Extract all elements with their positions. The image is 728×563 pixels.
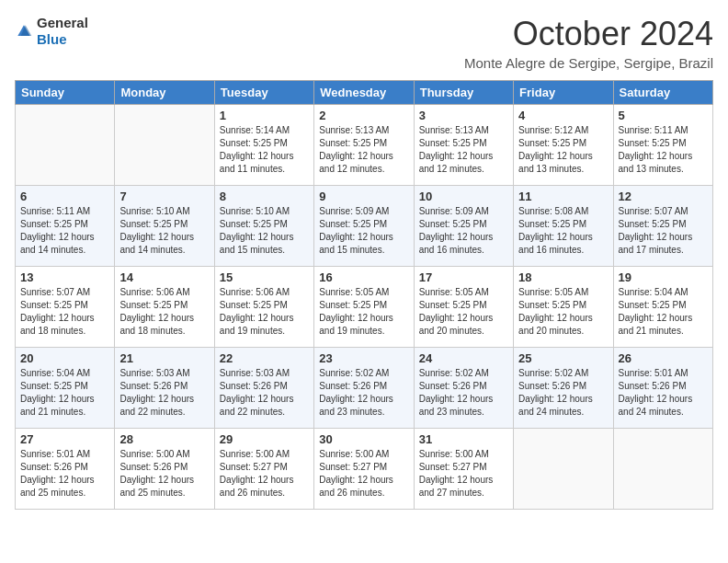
calendar-cell [514,429,613,510]
calendar-cell: 31Sunrise: 5:00 AM Sunset: 5:27 PM Dayli… [414,429,513,510]
logo-text-general: General [37,15,88,30]
col-header-tuesday: Tuesday [214,81,313,105]
calendar-cell: 23Sunrise: 5:02 AM Sunset: 5:26 PM Dayli… [314,348,414,429]
day-number: 12 [619,190,708,203]
month-title: October 2024 [464,15,713,53]
calendar-cell [16,105,115,186]
col-header-friday: Friday [514,81,613,105]
calendar-cell: 9Sunrise: 5:09 AM Sunset: 5:25 PM Daylig… [314,186,414,267]
day-number: 10 [419,190,508,203]
day-number: 7 [119,190,209,203]
calendar-cell: 12Sunrise: 5:07 AM Sunset: 5:25 PM Dayli… [613,186,712,267]
calendar-cell: 17Sunrise: 5:05 AM Sunset: 5:25 PM Dayli… [414,267,513,348]
day-number: 26 [619,351,708,365]
day-number: 17 [419,270,508,284]
day-number: 22 [220,351,309,365]
day-number: 19 [619,270,708,284]
cell-info: Sunrise: 5:07 AM Sunset: 5:25 PM Dayligh… [619,205,708,257]
day-number: 14 [119,270,209,284]
cell-info: Sunrise: 5:01 AM Sunset: 5:26 PM Dayligh… [619,367,708,419]
calendar-cell: 20Sunrise: 5:04 AM Sunset: 5:25 PM Dayli… [16,348,115,429]
cell-info: Sunrise: 5:00 AM Sunset: 5:27 PM Dayligh… [220,448,309,500]
calendar-cell [115,105,214,186]
col-header-thursday: Thursday [414,81,513,105]
day-number: 15 [220,270,309,284]
calendar-cell: 24Sunrise: 5:02 AM Sunset: 5:26 PM Dayli… [414,348,513,429]
cell-info: Sunrise: 5:07 AM Sunset: 5:25 PM Dayligh… [20,286,109,338]
cell-info: Sunrise: 5:05 AM Sunset: 5:25 PM Dayligh… [518,286,608,338]
cell-info: Sunrise: 5:02 AM Sunset: 5:26 PM Dayligh… [319,367,408,419]
day-number: 5 [619,109,708,122]
calendar-cell: 10Sunrise: 5:09 AM Sunset: 5:25 PM Dayli… [414,186,513,267]
calendar-cell: 18Sunrise: 5:05 AM Sunset: 5:25 PM Dayli… [514,267,613,348]
calendar-cell: 14Sunrise: 5:06 AM Sunset: 5:25 PM Dayli… [115,267,214,348]
cell-info: Sunrise: 5:09 AM Sunset: 5:25 PM Dayligh… [319,205,408,257]
cell-info: Sunrise: 5:03 AM Sunset: 5:26 PM Dayligh… [220,367,309,419]
col-header-sunday: Sunday [16,81,115,105]
cell-info: Sunrise: 5:13 AM Sunset: 5:25 PM Dayligh… [319,124,408,176]
day-number: 30 [319,432,408,446]
day-number: 31 [419,432,508,446]
cell-info: Sunrise: 5:12 AM Sunset: 5:25 PM Dayligh… [518,124,608,176]
cell-info: Sunrise: 5:04 AM Sunset: 5:25 PM Dayligh… [619,286,708,338]
day-number: 23 [319,351,408,365]
cell-info: Sunrise: 5:01 AM Sunset: 5:26 PM Dayligh… [20,448,109,500]
day-number: 28 [119,432,209,446]
col-header-saturday: Saturday [613,81,712,105]
day-number: 18 [518,270,608,284]
cell-info: Sunrise: 5:02 AM Sunset: 5:26 PM Dayligh… [419,367,508,419]
calendar-cell: 19Sunrise: 5:04 AM Sunset: 5:25 PM Dayli… [613,267,712,348]
cell-info: Sunrise: 5:05 AM Sunset: 5:25 PM Dayligh… [319,286,408,338]
cell-info: Sunrise: 5:02 AM Sunset: 5:26 PM Dayligh… [518,367,608,419]
calendar-cell: 16Sunrise: 5:05 AM Sunset: 5:25 PM Dayli… [314,267,414,348]
calendar-cell: 22Sunrise: 5:03 AM Sunset: 5:26 PM Dayli… [214,348,313,429]
calendar-cell: 29Sunrise: 5:00 AM Sunset: 5:27 PM Dayli… [214,429,313,510]
cell-info: Sunrise: 5:04 AM Sunset: 5:25 PM Dayligh… [20,367,109,419]
day-number: 27 [20,432,109,446]
day-number: 8 [220,190,309,203]
calendar-cell: 26Sunrise: 5:01 AM Sunset: 5:26 PM Dayli… [613,348,712,429]
day-number: 25 [518,351,608,365]
calendar-cell: 3Sunrise: 5:13 AM Sunset: 5:25 PM Daylig… [414,105,513,186]
day-number: 24 [419,351,508,365]
calendar-cell: 2Sunrise: 5:13 AM Sunset: 5:25 PM Daylig… [314,105,414,186]
calendar-cell: 15Sunrise: 5:06 AM Sunset: 5:25 PM Dayli… [214,267,313,348]
day-number: 11 [518,190,608,203]
day-number: 4 [518,109,608,122]
logo-text-blue: Blue [37,31,67,47]
cell-info: Sunrise: 5:05 AM Sunset: 5:25 PM Dayligh… [419,286,508,338]
calendar-cell: 11Sunrise: 5:08 AM Sunset: 5:25 PM Dayli… [514,186,613,267]
calendar-cell [613,429,712,510]
calendar-cell: 30Sunrise: 5:00 AM Sunset: 5:27 PM Dayli… [314,429,414,510]
cell-info: Sunrise: 5:03 AM Sunset: 5:26 PM Dayligh… [119,367,209,419]
calendar-cell: 5Sunrise: 5:11 AM Sunset: 5:25 PM Daylig… [613,105,712,186]
logo-icon [15,22,33,40]
cell-info: Sunrise: 5:11 AM Sunset: 5:25 PM Dayligh… [619,124,708,176]
day-number: 13 [20,270,109,284]
day-number: 16 [319,270,408,284]
calendar-cell: 21Sunrise: 5:03 AM Sunset: 5:26 PM Dayli… [115,348,214,429]
day-number: 21 [119,351,209,365]
cell-info: Sunrise: 5:00 AM Sunset: 5:27 PM Dayligh… [419,448,508,500]
page-header: General Blue October 2024 Monte Alegre d… [15,15,713,71]
cell-info: Sunrise: 5:10 AM Sunset: 5:25 PM Dayligh… [220,205,309,257]
cell-info: Sunrise: 5:14 AM Sunset: 5:25 PM Dayligh… [220,124,309,176]
col-header-monday: Monday [115,81,214,105]
calendar-cell: 13Sunrise: 5:07 AM Sunset: 5:25 PM Dayli… [16,267,115,348]
calendar-cell: 28Sunrise: 5:00 AM Sunset: 5:26 PM Dayli… [115,429,214,510]
day-number: 3 [419,109,508,122]
calendar: SundayMondayTuesdayWednesdayThursdayFrid… [15,80,713,510]
day-number: 1 [220,109,309,122]
cell-info: Sunrise: 5:13 AM Sunset: 5:25 PM Dayligh… [419,124,508,176]
day-number: 2 [319,109,408,122]
day-number: 20 [20,351,109,365]
calendar-cell: 25Sunrise: 5:02 AM Sunset: 5:26 PM Dayli… [514,348,613,429]
day-number: 9 [319,190,408,203]
cell-info: Sunrise: 5:06 AM Sunset: 5:25 PM Dayligh… [220,286,309,338]
calendar-cell: 27Sunrise: 5:01 AM Sunset: 5:26 PM Dayli… [16,429,115,510]
logo: General Blue [15,15,88,48]
cell-info: Sunrise: 5:06 AM Sunset: 5:25 PM Dayligh… [119,286,209,338]
calendar-cell: 7Sunrise: 5:10 AM Sunset: 5:25 PM Daylig… [115,186,214,267]
title-area: October 2024 Monte Alegre de Sergipe, Se… [464,15,713,71]
cell-info: Sunrise: 5:08 AM Sunset: 5:25 PM Dayligh… [518,205,608,257]
